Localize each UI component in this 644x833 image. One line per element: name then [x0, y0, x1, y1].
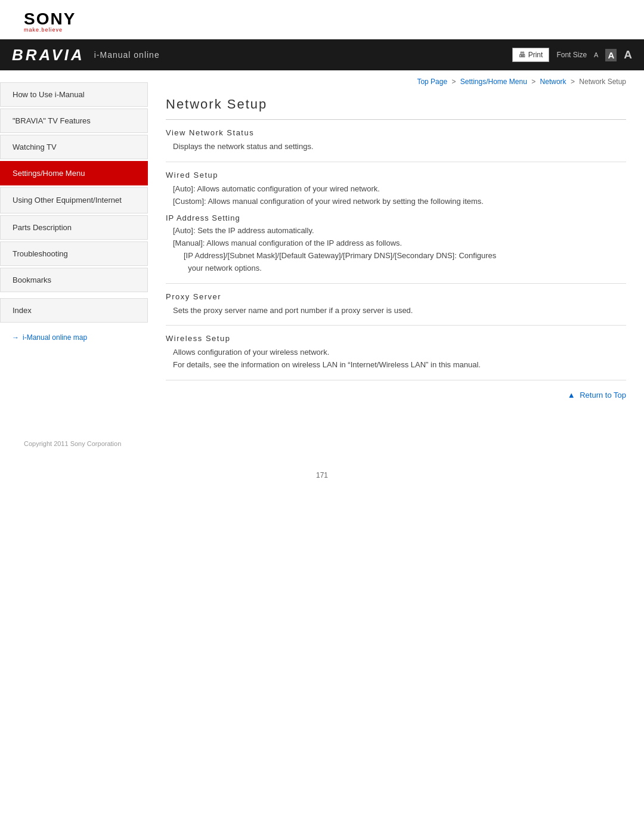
ip-auto-line: [Auto]: Sets the IP address automaticall…	[173, 225, 626, 237]
font-small-button[interactable]: A	[594, 51, 598, 58]
sony-logo: SONY make.believe	[24, 11, 620, 33]
sony-text: SONY	[24, 11, 620, 27]
proxy-server-title: Proxy Server	[166, 292, 626, 301]
sidebar-item-how-to-use[interactable]: How to Use i-Manual	[0, 82, 148, 107]
wired-custom-line: [Custom]: Allows manual configuration of…	[173, 196, 626, 208]
ip-address-title: IP Address Setting	[166, 213, 626, 222]
page-title: Network Setup	[166, 91, 626, 120]
sidebar-item-troubleshooting[interactable]: Troubleshooting	[0, 241, 148, 266]
copyright: Copyright 2011 Sony Corporation	[24, 440, 121, 447]
sidebar-item-bookmarks[interactable]: Bookmarks	[0, 268, 148, 292]
wireless-setup-title: Wireless Setup	[166, 334, 626, 343]
sidebar-item-using-other[interactable]: Using Other Equipment/Internet	[0, 187, 148, 213]
sub-section-ip-address: IP Address Setting [Auto]: Sets the IP a…	[166, 213, 626, 274]
ip-manual-line: [Manual]: Allows manual configuration of…	[173, 237, 626, 250]
font-medium-button[interactable]: A	[605, 49, 617, 61]
font-size-label: Font Size	[556, 51, 587, 59]
imanual-map-link[interactable]: → i-Manual online map	[0, 329, 148, 346]
print-icon: 🖶	[519, 51, 526, 59]
arrow-right-icon: →	[12, 333, 19, 342]
font-large-button[interactable]: A	[624, 48, 632, 61]
wireless-setup-body: Allows configuration of your wireless ne…	[166, 346, 626, 371]
sidebar-item-watching-tv[interactable]: Watching TV	[0, 135, 148, 159]
footer: Copyright 2011 Sony Corporation	[0, 428, 644, 459]
breadcrumb-settings[interactable]: Settings/Home Menu	[460, 78, 527, 86]
return-to-top-link[interactable]: ▲ Return to Top	[568, 391, 626, 400]
wired-auto-line: [Auto]: Allows automatic configuration o…	[173, 183, 626, 196]
wired-setup-title: Wired Setup	[166, 171, 626, 179]
sidebar-item-parts-desc[interactable]: Parts Description	[0, 215, 148, 240]
content-area: Top Page > Settings/Home Menu > Network …	[148, 70, 644, 428]
page-number: 171	[0, 459, 644, 485]
breadcrumb: Top Page > Settings/Home Menu > Network …	[166, 70, 626, 91]
tagline: make.believe	[24, 27, 620, 33]
main-layout: How to Use i-Manual "BRAVIA" TV Features…	[0, 70, 644, 428]
imanual-text: i-Manual online	[94, 50, 160, 60]
proxy-server-body: Sets the proxy server name and port numb…	[166, 305, 626, 317]
wireless-line2: For details, see the information on wire…	[173, 359, 626, 371]
breadcrumb-network[interactable]: Network	[540, 78, 566, 86]
ip-options-line: [IP Address]/[Subnet Mask]/[Default Gate…	[173, 250, 626, 275]
wired-setup-body: [Auto]: Allows automatic configuration o…	[166, 183, 626, 208]
breadcrumb-top[interactable]: Top Page	[417, 78, 447, 86]
bravia-logo: BRAVIA	[12, 46, 85, 64]
ip-address-body: [Auto]: Sets the IP address automaticall…	[166, 225, 626, 274]
return-to-top-area: ▲ Return to Top	[166, 380, 626, 404]
wireless-line1: Allows configuration of your wireless ne…	[173, 346, 626, 359]
section-wired-setup: Wired Setup [Auto]: Allows automatic con…	[166, 162, 626, 284]
view-network-status-title: View Network Status	[166, 128, 626, 137]
section-view-network-status: View Network Status Displays the network…	[166, 120, 626, 162]
logo-area: SONY make.believe	[0, 0, 644, 39]
bravia-section: BRAVIA i-Manual online	[12, 46, 160, 64]
sidebar-item-bravia-features[interactable]: "BRAVIA" TV Features	[0, 109, 148, 133]
section-wireless-setup: Wireless Setup Allows configuration of y…	[166, 326, 626, 380]
sidebar-item-settings-home[interactable]: Settings/Home Menu	[0, 161, 148, 185]
view-network-status-body: Displays the network status and settings…	[166, 141, 626, 153]
section-proxy-server: Proxy Server Sets the proxy server name …	[166, 284, 626, 326]
triangle-icon: ▲	[568, 391, 575, 400]
print-button[interactable]: 🖶 Print	[512, 48, 550, 62]
top-banner: BRAVIA i-Manual online 🖶 Print Font Size…	[0, 39, 644, 70]
breadcrumb-current: Network Setup	[579, 78, 626, 86]
sidebar-index[interactable]: Index	[0, 298, 148, 323]
sidebar: How to Use i-Manual "BRAVIA" TV Features…	[0, 70, 148, 428]
banner-right: 🖶 Print Font Size A A A	[512, 48, 632, 62]
